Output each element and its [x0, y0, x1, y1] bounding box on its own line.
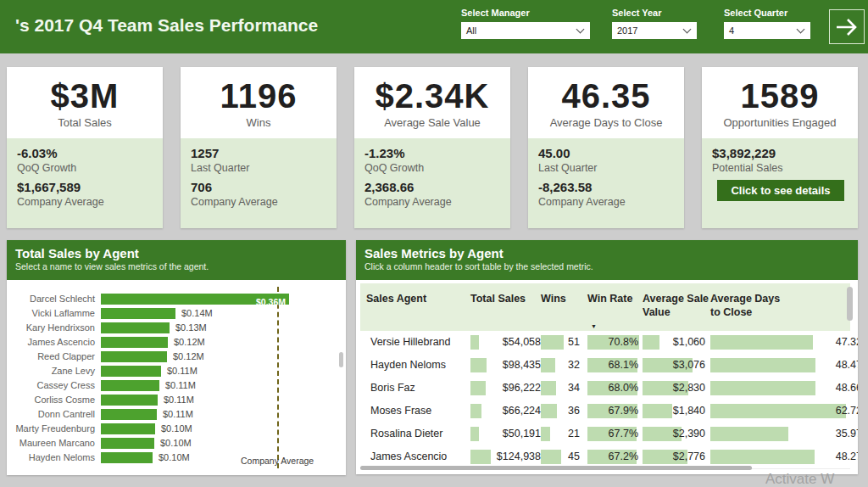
bar[interactable]	[101, 351, 167, 362]
filter-quarter-label: Select Quarter	[724, 8, 810, 18]
category-label[interactable]: Corliss Cosme	[7, 395, 95, 406]
cell-value: $54,058	[470, 331, 541, 354]
table-row[interactable]: Versie Hillebrand$54,0585170.8%$1,06047.…	[360, 331, 850, 355]
bar[interactable]	[101, 366, 161, 377]
bar[interactable]: $0.36M	[101, 294, 289, 305]
column-header-average-days-to-close[interactable]: Average Days to Close	[710, 292, 791, 319]
bar[interactable]	[101, 308, 175, 319]
cell-value: 48.66	[710, 377, 858, 400]
category-label[interactable]: Marty Freudenburg	[7, 423, 95, 434]
kpi-detail-value: 45.00	[538, 146, 674, 161]
table-header-row: Sales AgentTotal SalesWinsWin Rate▼Avera…	[360, 283, 850, 331]
kpi-label: Wins	[181, 116, 337, 129]
kpi-detail-label: Last Quarter	[538, 161, 674, 175]
quarter-dropdown[interactable]: 4	[724, 22, 810, 39]
kpi-label: Average Days to Close	[528, 116, 684, 129]
agent-name-cell: Boris Faz	[370, 377, 415, 400]
bar[interactable]	[101, 423, 155, 434]
total-sales-by-agent-panel: Total Sales by Agent Select a name to vi…	[7, 240, 346, 475]
column-header-average-sale-value[interactable]: Average Sale Value	[643, 292, 712, 319]
agent-name-cell: James Ascencio	[370, 445, 447, 468]
quarter-dropdown-value: 4	[729, 25, 734, 36]
column-header-wins[interactable]: Wins	[541, 292, 581, 305]
cell-value: 48.47	[710, 354, 858, 377]
cell-value: $1,060	[643, 331, 705, 354]
cell-value: 51	[541, 331, 580, 354]
table-row[interactable]: Boris Faz$96,2223468.0%$2,83048.66	[360, 377, 850, 400]
cell-value: 34	[541, 377, 580, 400]
kpi-detail-label: Company Average	[191, 195, 326, 209]
bar-chart-row: Darcel Schlecht$0.36M	[7, 294, 346, 305]
bar[interactable]	[101, 322, 170, 333]
bar[interactable]	[101, 438, 154, 449]
category-label[interactable]: James Ascencio	[7, 337, 95, 348]
category-label[interactable]: Kary Hendrixson	[7, 322, 95, 333]
year-dropdown-value: 2017	[617, 25, 637, 36]
kpi-card-details: $3,892,229Potential SalesClick to see de…	[702, 138, 858, 228]
cell-value: $2,830	[643, 377, 705, 400]
cell-value: $66,224	[470, 400, 541, 423]
column-header-sales-agent[interactable]: Sales Agent	[366, 292, 468, 305]
kpi-detail-value: 706	[191, 180, 326, 195]
table-row[interactable]: Moses Frase$66,2243667.9%$1,84062.72	[360, 400, 850, 423]
bar[interactable]	[101, 380, 159, 391]
bar[interactable]	[101, 395, 158, 406]
cell-value: 70.8%	[587, 331, 638, 354]
kpi-detail-label: Company Average	[364, 195, 500, 209]
table-row[interactable]: Hayden Neloms$98,4353268.1%$3,07648.47	[360, 354, 850, 378]
kpi-label: Opportunities Engaged	[702, 116, 858, 129]
bar-chart-row: Vicki Laflamme$0.14M	[7, 308, 346, 319]
panel-title: Sales Metrics by Agent	[364, 245, 849, 261]
kpi-detail-label: Company Average	[17, 195, 153, 209]
filter-manager-label: Select Manager	[461, 8, 590, 18]
column-header-win-rate[interactable]: Win Rate▼	[587, 292, 640, 305]
category-label[interactable]: Maureen Marcano	[7, 438, 95, 449]
filter-quarter: Select Quarter 4	[724, 8, 810, 39]
category-label[interactable]: Darcel Schlecht	[7, 294, 95, 305]
bar-data-label: $0.14M	[181, 308, 213, 319]
see-details-button[interactable]: Click to see details	[717, 180, 844, 201]
cell-value: $2,390	[643, 423, 705, 445]
bar-data-label: $0.10M	[161, 423, 192, 434]
kpi-label: Average Sale Value	[354, 116, 510, 129]
agent-name-cell: Rosalina Dieter	[370, 423, 442, 445]
cell-value: $3,076	[643, 354, 705, 377]
column-header-total-sales[interactable]: Total Sales	[470, 292, 538, 305]
bar-data-label: $0.11M	[165, 380, 196, 391]
bar[interactable]	[101, 337, 168, 348]
kpi-detail-value: -1.23%	[364, 146, 500, 161]
chevron-down-icon	[797, 25, 805, 34]
cell-value: 45	[541, 445, 580, 468]
kpi-detail-value: $1,667,589	[17, 180, 153, 195]
category-label[interactable]: Vicki Laflamme	[7, 308, 95, 319]
bar[interactable]	[101, 409, 157, 420]
kpi-label: Total Sales	[7, 116, 163, 129]
kpi-detail-label: Last Quarter	[191, 161, 326, 175]
cell-value: 68.0%	[587, 377, 638, 400]
table-row[interactable]: Rosalina Dieter$50,1912167.7%$2,39035.97	[360, 423, 850, 446]
kpi-detail-value: -6.03%	[17, 146, 153, 161]
manager-dropdown[interactable]: All	[461, 22, 590, 39]
next-page-button[interactable]	[829, 9, 865, 44]
manager-dropdown-value: All	[466, 25, 476, 36]
bar-chart-row: Marty Freudenburg$0.10M	[7, 423, 346, 434]
sales-metrics-by-agent-panel: Sales Metrics by Agent Click a column he…	[356, 240, 858, 474]
cell-value: 21	[541, 423, 580, 445]
kpi-value: 1196	[181, 77, 337, 115]
cell-value: 67.9%	[587, 400, 638, 423]
bar-data-label: $0.11M	[164, 395, 194, 406]
category-label[interactable]: Zane Levy	[7, 366, 95, 377]
kpi-detail-value: -8,263.58	[538, 180, 674, 195]
category-label[interactable]: Hayden Neloms	[7, 452, 95, 463]
year-dropdown[interactable]: 2017	[612, 22, 697, 39]
category-label[interactable]: Cassey Cress	[7, 380, 95, 391]
bar-data-label: $0.13M	[175, 322, 207, 333]
cell-value: $98,435	[470, 354, 541, 377]
activate-windows-watermark: Activate W	[765, 471, 868, 487]
agent-name-cell: Versie Hillebrand	[370, 331, 451, 354]
bar[interactable]	[101, 452, 153, 463]
category-label[interactable]: Donn Cantrell	[7, 409, 95, 420]
chevron-down-icon	[683, 25, 692, 34]
category-label[interactable]: Reed Clapper	[7, 351, 95, 362]
table-vertical-scrollbar[interactable]	[847, 287, 853, 321]
